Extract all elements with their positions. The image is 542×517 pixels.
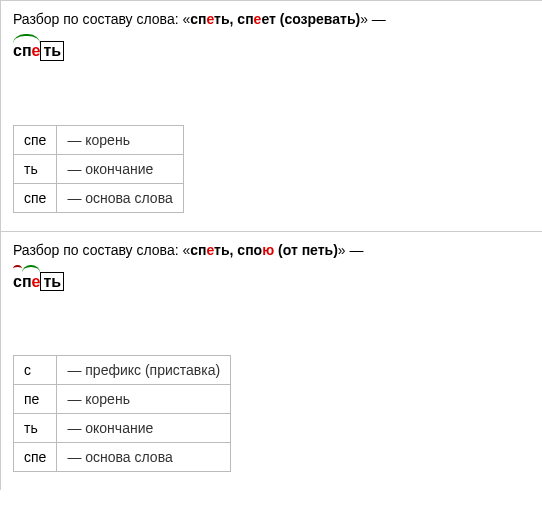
table-row: ть — окончание: [14, 154, 184, 183]
definition-cell: — окончание: [57, 154, 183, 183]
intro-text: Разбор по составу слова: «: [13, 11, 190, 27]
close-quote: » —: [338, 242, 364, 258]
root-arc-icon: [22, 265, 41, 277]
morpheme-cell: ть: [14, 414, 57, 443]
table-row: ть — окончание: [14, 414, 231, 443]
morpheme-cell: спе: [14, 443, 57, 472]
root-part: пе: [22, 273, 41, 291]
definition-cell: — окончание: [57, 414, 231, 443]
table-row: с — префикс (приставка): [14, 356, 231, 385]
parts-table-1: спе — корень ть — окончание спе — основа…: [13, 125, 184, 213]
word-part: ть, сп: [214, 11, 253, 27]
word-stress: е: [207, 11, 215, 27]
title-line-1: Разбор по составу слова: «спеть, спеет (…: [13, 11, 530, 27]
table-row: спе — основа слова: [14, 443, 231, 472]
prefix-arc-icon: [13, 265, 22, 277]
title-line-2: Разбор по составу слова: «спеть, спою (о…: [13, 242, 530, 258]
word-stress: е: [207, 242, 215, 258]
definition-cell: — корень: [57, 125, 183, 154]
morpheme-cell: спе: [14, 125, 57, 154]
table-row: спе — основа слова: [14, 183, 184, 212]
morpheme-diagram-1: спе ть: [13, 41, 64, 61]
root-arc-icon: [13, 34, 40, 46]
section-1: Разбор по составу слова: «спеть, спеет (…: [0, 0, 542, 231]
definition-cell: — основа слова: [57, 183, 183, 212]
morpheme-cell: пе: [14, 385, 57, 414]
morpheme-cell: ть: [14, 154, 57, 183]
word-part: сп: [190, 11, 206, 27]
word-stress: ю: [262, 242, 274, 258]
close-quote: » —: [360, 11, 386, 27]
definition-cell: — основа слова: [57, 443, 231, 472]
definition-cell: — префикс (приставка): [57, 356, 231, 385]
table-row: пе — корень: [14, 385, 231, 414]
prefix-part: с: [13, 273, 22, 291]
parts-table-2: с — префикс (приставка) пе — корень ть —…: [13, 355, 231, 472]
root-part: спе: [13, 42, 40, 60]
morpheme-cell: с: [14, 356, 57, 385]
section-2: Разбор по составу слова: «спеть, спою (о…: [0, 231, 542, 491]
word-part: сп: [190, 242, 206, 258]
ending-box: ть: [40, 272, 64, 292]
definition-cell: — корень: [57, 385, 231, 414]
word-part: (от петь): [274, 242, 338, 258]
morpheme-cell: спе: [14, 183, 57, 212]
ending-box: ть: [40, 41, 64, 61]
intro-text: Разбор по составу слова: «: [13, 242, 190, 258]
table-row: спе — корень: [14, 125, 184, 154]
morpheme-diagram-2: с пе ть: [13, 272, 64, 292]
word-part: ть, спо: [214, 242, 262, 258]
word-part: ет (созревать): [261, 11, 360, 27]
